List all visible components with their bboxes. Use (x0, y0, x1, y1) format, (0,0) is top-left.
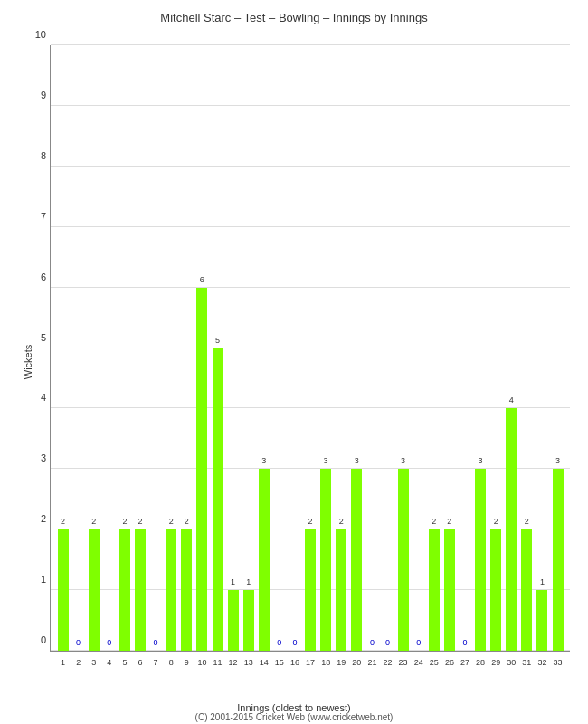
bar-19: 2 (336, 529, 346, 651)
x-tick-2: 2 (76, 658, 81, 667)
bar-14: 3 (259, 469, 270, 651)
bar-group-9: 29 (179, 45, 194, 651)
x-tick-15: 15 (275, 658, 284, 667)
bar-group-19: 219 (334, 45, 349, 651)
bar-value-1: 2 (61, 517, 65, 526)
bar-value-28: 3 (479, 456, 483, 465)
bar-30: 4 (506, 408, 517, 651)
bar-20: 3 (351, 469, 362, 651)
bar-value-6: 2 (138, 517, 142, 526)
bar-value-32: 1 (540, 577, 545, 586)
bar-value-13: 1 (246, 577, 251, 586)
bar-value-24: 0 (416, 638, 421, 647)
bar-group-14: 314 (256, 45, 271, 651)
bar-group-6: 26 (132, 45, 147, 651)
y-tick-0: 0 (41, 634, 46, 645)
bar-12: 1 (228, 590, 239, 651)
x-tick-11: 11 (213, 658, 222, 667)
x-tick-3: 3 (91, 658, 96, 667)
bar-group-2: 02 (71, 45, 86, 651)
bar-group-11: 511 (210, 45, 225, 651)
bar-group-17: 217 (303, 45, 318, 651)
y-tick-1: 1 (41, 574, 46, 585)
bar-value-8: 2 (169, 517, 174, 526)
bar-value-4: 0 (107, 638, 111, 647)
bar-value-7: 0 (154, 638, 158, 647)
bar-value-30: 4 (509, 395, 514, 405)
y-tick-9: 9 (41, 90, 46, 100)
x-tick-9: 9 (185, 658, 189, 667)
bar-group-29: 229 (488, 45, 504, 651)
bar-value-31: 2 (525, 517, 529, 526)
x-tick-17: 17 (306, 658, 315, 667)
bar-value-27: 0 (462, 638, 467, 647)
bar-group-22: 022 (380, 45, 395, 651)
bar-group-15: 015 (271, 45, 287, 651)
x-tick-20: 20 (352, 658, 361, 667)
y-tick-5: 5 (41, 332, 46, 343)
bar-11: 5 (213, 348, 223, 652)
bar-group-32: 132 (535, 45, 550, 651)
y-tick-4: 4 (41, 392, 46, 403)
x-tick-30: 30 (507, 658, 516, 667)
x-tick-4: 4 (107, 658, 111, 667)
bar-group-23: 323 (395, 45, 411, 651)
x-tick-10: 10 (197, 658, 206, 667)
bar-group-18: 318 (318, 45, 334, 651)
x-tick-29: 29 (491, 658, 500, 667)
bar-group-7: 07 (148, 45, 164, 651)
bar-value-10: 6 (200, 275, 204, 284)
x-tick-22: 22 (384, 658, 393, 667)
bar-value-15: 0 (277, 638, 281, 647)
bar-group-16: 016 (287, 45, 302, 651)
bar-value-25: 2 (432, 517, 436, 526)
bar-group-21: 021 (365, 45, 380, 651)
y-tick-8: 8 (41, 150, 46, 161)
y-tick-2: 2 (41, 513, 46, 524)
chart-container: Mitchell Starc – Test – Bowling – Inning… (0, 0, 588, 724)
bar-group-33: 333 (550, 45, 565, 651)
bar-29: 2 (490, 529, 501, 651)
bar-group-25: 225 (426, 45, 441, 651)
bar-group-5: 25 (117, 45, 132, 651)
x-tick-31: 31 (522, 658, 531, 667)
bar-value-3: 2 (91, 517, 96, 526)
x-tick-6: 6 (138, 658, 143, 667)
x-tick-23: 23 (399, 658, 408, 667)
bar-value-11: 5 (215, 336, 220, 345)
bar-value-9: 2 (185, 517, 189, 526)
x-tick-14: 14 (260, 658, 269, 667)
bar-group-8: 28 (164, 45, 179, 651)
bar-value-5: 2 (122, 517, 127, 526)
bar-group-1: 21 (55, 45, 71, 651)
bar-value-20: 3 (355, 456, 359, 465)
x-tick-1: 1 (61, 658, 65, 667)
bar-10: 6 (196, 288, 207, 651)
bar-group-4: 04 (101, 45, 117, 651)
bar-5: 2 (119, 529, 130, 651)
bar-group-20: 320 (349, 45, 365, 651)
copyright-text: (C) 2001-2015 Cricket Web (www.cricketwe… (0, 712, 588, 722)
bar-value-26: 2 (447, 517, 451, 526)
bar-group-28: 328 (473, 45, 488, 651)
x-tick-12: 12 (229, 658, 238, 667)
bar-group-24: 024 (411, 45, 426, 651)
bar-13: 1 (243, 590, 254, 651)
x-tick-32: 32 (537, 658, 546, 667)
bar-value-19: 2 (339, 517, 344, 526)
bar-value-23: 3 (401, 456, 405, 465)
x-tick-8: 8 (169, 658, 174, 667)
x-tick-16: 16 (290, 658, 299, 667)
bar-value-12: 1 (231, 577, 235, 586)
y-tick-7: 7 (41, 211, 46, 222)
x-tick-18: 18 (321, 658, 330, 667)
y-tick-3: 3 (41, 452, 46, 463)
bar-6: 2 (135, 529, 146, 651)
bar-value-2: 0 (76, 638, 81, 647)
x-tick-27: 27 (460, 658, 469, 667)
bar-value-17: 2 (308, 517, 313, 526)
bar-9: 2 (181, 529, 192, 651)
y-tick-6: 6 (41, 272, 46, 282)
bar-group-31: 231 (519, 45, 535, 651)
bar-17: 2 (305, 529, 316, 651)
